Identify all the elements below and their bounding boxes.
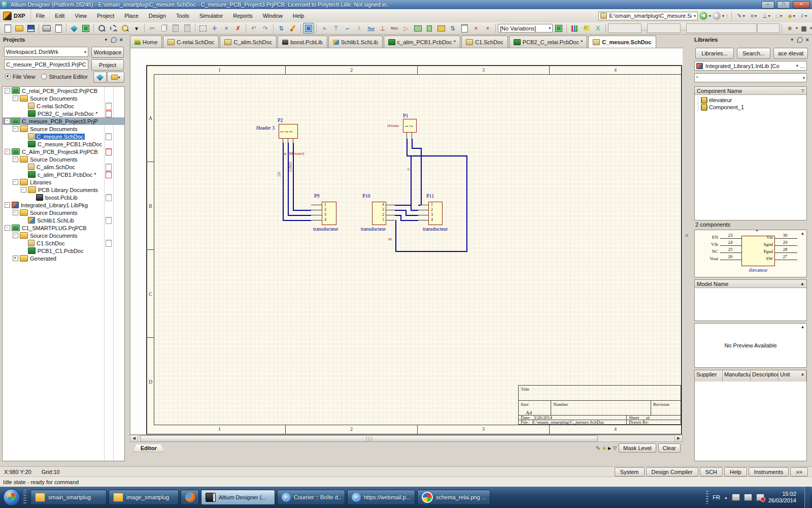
preview-scroll-up[interactable]: ▲ [800, 231, 805, 236]
zoom-area-button[interactable] [108, 23, 119, 34]
project-tree-item[interactable]: C1.SchDoc [3, 239, 124, 247]
document-tab[interactable]: Schlib1.SchLib [328, 36, 383, 48]
structure-editor-radio[interactable]: Structure Editor [41, 73, 87, 80]
net-label-5v[interactable]: 5V [277, 171, 282, 177]
variations-combo[interactable]: [No Variations] ▾ [498, 24, 553, 33]
expand-toggle[interactable] [5, 225, 10, 231]
maximize-button[interactable]: □ [777, 1, 790, 9]
browse-device-button[interactable] [69, 23, 80, 34]
libraries-button[interactable]: Libraries... [695, 48, 734, 59]
open-project-button[interactable]: ▾ [107, 72, 124, 83]
document-tab[interactable]: Home [130, 36, 162, 48]
expand-toggle[interactable] [13, 233, 18, 238]
taskbar-window-button[interactable]: smain_smartplug [30, 490, 107, 505]
table-column-header[interactable]: Supplier [695, 370, 723, 382]
place-wire-button[interactable]: ≈ [319, 23, 330, 34]
library-combo[interactable]: Integrated_Library1.IntLib [Co ▾ ... [694, 61, 807, 71]
menu-item[interactable]: Simulator [194, 11, 228, 20]
status-bar-button[interactable]: Help [724, 467, 747, 477]
expand-toggle[interactable] [5, 202, 10, 208]
wire-segment[interactable] [411, 155, 412, 210]
project-button[interactable]: Project [91, 59, 124, 71]
nav-forward-dropdown[interactable]: ▾ [722, 14, 724, 18]
expand-toggle[interactable] [5, 118, 10, 124]
cut-button[interactable]: ✂ [147, 23, 158, 34]
project-tree-item[interactable]: Source Documents [3, 94, 124, 102]
language-indicator[interactable]: FR [713, 494, 720, 500]
open-device-view-button[interactable] [80, 23, 91, 34]
tray-expand-icon[interactable]: ▲ [724, 496, 728, 499]
component-filter-input[interactable]: * ▾ [694, 73, 807, 82]
place-sheet-entry-button[interactable] [424, 23, 435, 34]
document-path-combo[interactable]: E:\smain_smartplug\C_mesure.Sch ▾ [598, 12, 698, 20]
redo-button[interactable]: ↷ [260, 23, 271, 34]
panel-pin-icon[interactable] [797, 37, 803, 43]
place-directive-button[interactable]: ⇅ [447, 23, 458, 34]
editor-library-splitter[interactable]: ≡ [683, 35, 691, 466]
expand-icon[interactable]: ▶ [608, 446, 611, 451]
taskbar-window-button[interactable]: schema_relai.png ... [417, 490, 490, 505]
place-bus-button[interactable]: ⊤ [330, 23, 342, 34]
wire-segment[interactable] [405, 215, 418, 216]
project-tree-item[interactable]: Source Documents [3, 155, 124, 163]
simulation-sources-dropdown[interactable]: ◆▾ [786, 12, 797, 20]
project-tree-item[interactable]: Source Documents [3, 125, 124, 133]
wire-segment[interactable] [412, 139, 413, 148]
status-bar-button[interactable]: >> [790, 467, 808, 477]
zoom-document-button[interactable] [96, 23, 107, 34]
document-tab[interactable]: C_mesure.SchDoc [588, 36, 656, 48]
power-sources-dropdown[interactable]: ⊥▾ [760, 12, 772, 20]
setup-wizard-button[interactable] [581, 23, 592, 34]
highlight-brush-button[interactable] [287, 23, 298, 34]
project-tree-item[interactable]: boost.PcbLib [3, 194, 124, 201]
wire-segment[interactable] [412, 148, 421, 149]
wire-segment[interactable] [283, 220, 311, 221]
scroll-left-button[interactable]: ◀ [130, 435, 138, 441]
wire-segment[interactable] [395, 210, 405, 211]
project-tree-item[interactable]: C_mesure.SchDoc [3, 133, 124, 140]
project-tree-item[interactable]: Schlib1.SchLib [3, 216, 124, 224]
expand-toggle[interactable] [21, 187, 26, 193]
model-name-header[interactable]: Model Name [697, 281, 728, 287]
export-excel-button[interactable]: X [592, 23, 603, 34]
expand-toggle[interactable] [13, 256, 18, 261]
action-center-icon[interactable] [732, 494, 740, 501]
show-desktop-button[interactable] [804, 487, 810, 508]
wire-segment[interactable] [395, 215, 400, 216]
status-bar-button[interactable]: Design Compiler [646, 467, 698, 477]
save-button[interactable] [25, 23, 37, 34]
place-line-button[interactable]: ⧵ [354, 23, 365, 34]
workspace-button[interactable]: Workspace [91, 47, 124, 58]
menu-item[interactable]: Place [119, 11, 144, 20]
wire-segment[interactable] [400, 215, 401, 220]
project-tree-item[interactable]: C_alim.SchDoc [3, 163, 124, 171]
volume-muted-icon[interactable] [756, 494, 764, 501]
schematic-canvas[interactable]: 1234 1234 ABCD P2 Header 3 123 P1 réseau… [130, 48, 684, 435]
copy-button[interactable] [158, 23, 170, 34]
taskbar-window-button[interactable]: Courrier :: Boîte d... [277, 490, 345, 505]
wire-segment[interactable] [400, 220, 418, 221]
digital-devices-dropdown[interactable]: □▾ [774, 12, 785, 20]
status-bar-button[interactable]: System [615, 467, 645, 477]
nav-forward-button[interactable]: ▶ [713, 12, 721, 20]
taskbar-window-button[interactable]: image_smartplug [109, 490, 179, 505]
place-part-button[interactable]: ▷ [400, 23, 412, 34]
project-tree-item[interactable]: C1_SMARTPLUG.PrjPCB [3, 224, 124, 232]
tray-clock[interactable]: 15:02 26/03/2014 [768, 491, 800, 504]
document-tab[interactable]: c_alim_PCB1.PcbDoc * [384, 36, 461, 48]
file-view-radio[interactable]: File View [5, 73, 35, 80]
wire-segment[interactable] [395, 251, 467, 252]
new-document-button[interactable] [2, 23, 13, 34]
clear-button[interactable]: Clear [658, 443, 681, 453]
hatch-style-dropdown[interactable]: ▦ [798, 23, 809, 34]
datasheet-button[interactable] [459, 23, 470, 34]
expand-toggle[interactable] [13, 210, 18, 215]
table-scroll-up[interactable]: ▲ [800, 372, 805, 377]
menu-item[interactable]: Design [144, 11, 171, 20]
component-list-item[interactable]: Component_1 [698, 104, 806, 111]
menu-item[interactable]: File [31, 11, 50, 20]
net-label-n[interactable]: n [405, 168, 411, 171]
navigator-button[interactable] [93, 72, 107, 83]
menu-item[interactable]: View [70, 11, 92, 20]
project-tree-item[interactable]: Integrated_Library1.LibPkg [3, 201, 124, 209]
